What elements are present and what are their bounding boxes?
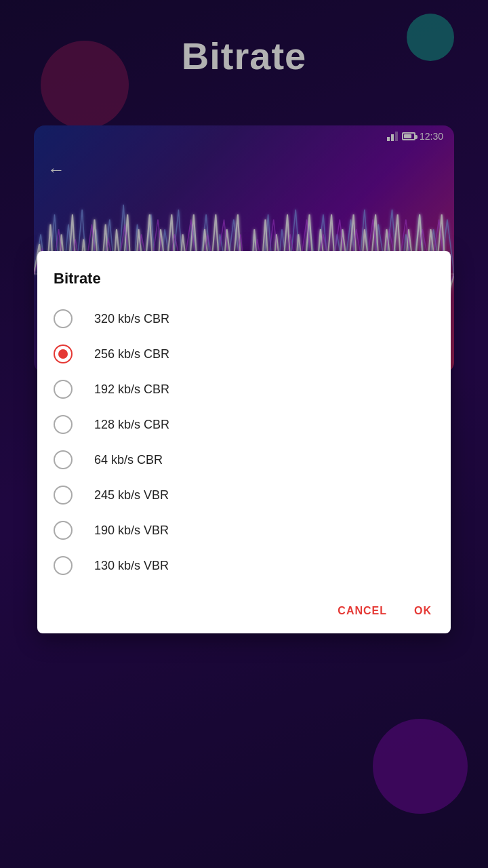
radio-label-5: 64 kb/s CBR: [94, 453, 163, 467]
radio-option-6[interactable]: 245 kb/s VBR: [54, 477, 434, 513]
ok-button[interactable]: OK: [411, 599, 434, 623]
radio-circle-4: [54, 415, 73, 434]
radio-circle-7: [54, 521, 73, 540]
radio-label-1: 320 kb/s CBR: [94, 312, 169, 326]
radio-label-8: 130 kb/s VBR: [94, 559, 169, 573]
radio-option-2[interactable]: 256 kb/s CBR: [54, 336, 434, 372]
radio-label-3: 192 kb/s CBR: [94, 382, 169, 397]
radio-label-2: 256 kb/s CBR: [94, 347, 169, 361]
cancel-button[interactable]: CANCEL: [335, 599, 390, 623]
dialog-actions: CANCEL OK: [54, 594, 434, 623]
radio-circle-5: [54, 450, 73, 469]
radio-circle-1: [54, 309, 73, 328]
radio-circle-3: [54, 380, 73, 399]
bitrate-dialog: Bitrate 320 kb/s CBR256 kb/s CBR192 kb/s…: [37, 251, 451, 633]
radio-option-5[interactable]: 64 kb/s CBR: [54, 442, 434, 477]
radio-label-7: 190 kb/s VBR: [94, 524, 169, 538]
radio-option-1[interactable]: 320 kb/s CBR: [54, 301, 434, 336]
radio-option-8[interactable]: 130 kb/s VBR: [54, 548, 434, 583]
radio-circle-6: [54, 486, 73, 505]
radio-circle-2: [54, 344, 73, 363]
radio-label-4: 128 kb/s CBR: [94, 418, 169, 432]
radio-label-6: 245 kb/s VBR: [94, 488, 169, 502]
dialog-title: Bitrate: [54, 270, 434, 288]
radio-circle-8: [54, 556, 73, 575]
radio-options-list: 320 kb/s CBR256 kb/s CBR192 kb/s CBR128 …: [54, 301, 434, 583]
radio-option-3[interactable]: 192 kb/s CBR: [54, 372, 434, 407]
radio-option-7[interactable]: 190 kb/s VBR: [54, 513, 434, 548]
radio-option-4[interactable]: 128 kb/s CBR: [54, 407, 434, 442]
